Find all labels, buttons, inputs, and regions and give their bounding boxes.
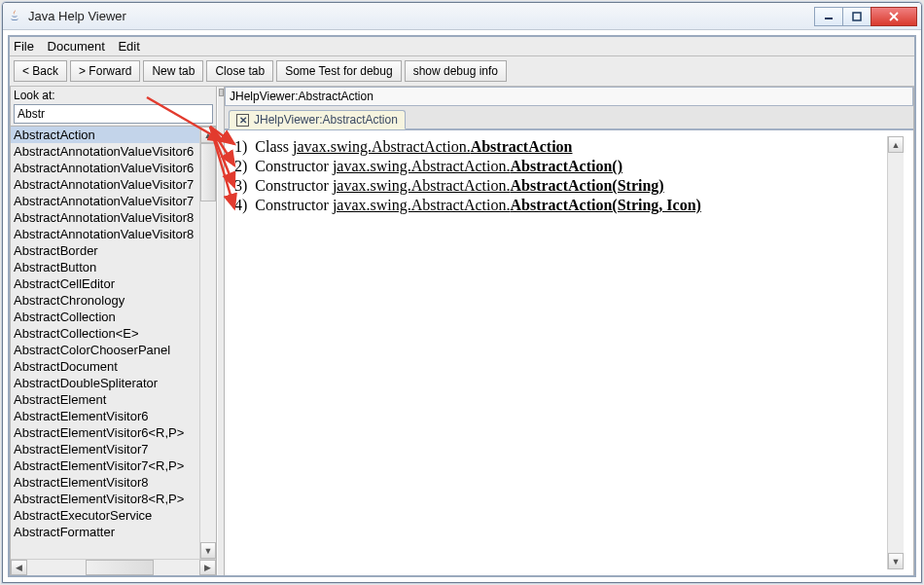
result-list: 1) Class javax.swing.AbstractAction.Abst… — [234, 136, 887, 569]
menu-edit[interactable]: Edit — [118, 39, 139, 54]
scroll-up-icon[interactable]: ▲ — [888, 136, 904, 153]
java-icon — [7, 9, 22, 24]
split-pane: Look at: AbstractActionAbstractAnnotatio… — [10, 87, 914, 575]
list-item[interactable]: AbstractElementVisitor7 — [11, 441, 199, 457]
list-item[interactable]: AbstractAnnotationValueVisitor7 — [11, 176, 199, 193]
list-item[interactable]: AbstractFormatter — [11, 524, 199, 540]
result-link[interactable]: javax.swing.AbstractAction.AbstractActio… — [333, 197, 701, 213]
list-item[interactable]: AbstractColorChooserPanel — [11, 342, 199, 358]
scroll-up-icon[interactable]: ▲ — [200, 127, 216, 143]
maximize-button[interactable] — [842, 7, 871, 26]
svg-rect-1 — [853, 13, 861, 20]
list-item[interactable]: AbstractCollection<E> — [11, 325, 199, 342]
menubar: File Document Edit — [10, 37, 914, 56]
search-label: Look at: — [11, 87, 216, 104]
close-button[interactable] — [871, 7, 917, 26]
list-item[interactable]: AbstractElementVisitor8<R,P> — [11, 491, 199, 507]
list-item[interactable]: AbstractAnnotationValueVisitor8 — [11, 209, 199, 226]
list-item[interactable]: AbstractExecutorService — [11, 507, 199, 524]
tab-active[interactable]: ✕ JHelpViewer:AbstractAction — [229, 110, 406, 129]
window-frame: Java Help Viewer File Document Edit < Ba… — [2, 2, 922, 583]
list-item[interactable]: AbstractCollection — [11, 309, 199, 325]
menu-document[interactable]: Document — [48, 39, 105, 54]
result-line: 1) Class javax.swing.AbstractAction.Abst… — [234, 138, 887, 156]
result-link[interactable]: javax.swing.AbstractAction.AbstractActio… — [333, 158, 622, 174]
list-item[interactable]: AbstractElementVisitor6<R,P> — [11, 424, 199, 441]
scroll-hthumb[interactable] — [86, 560, 154, 575]
toolbar: < Back > Forward New tab Close tab Some … — [10, 56, 914, 87]
list-item[interactable]: AbstractAnnotationValueVisitor6 — [11, 160, 199, 176]
content-vscrollbar[interactable]: ▲ ▼ — [887, 136, 904, 569]
minimize-button[interactable] — [814, 7, 843, 26]
forward-button[interactable]: > Forward — [70, 60, 140, 82]
splitter[interactable] — [217, 87, 225, 575]
app-frame: File Document Edit < Back > Forward New … — [8, 35, 916, 577]
content-area: 1) Class javax.swing.AbstractAction.Abst… — [225, 129, 913, 575]
show-debug-button[interactable]: show debug info — [405, 60, 507, 82]
close-tab-button[interactable]: Close tab — [206, 60, 273, 82]
path-field[interactable]: JHelpViewer:AbstractAction — [225, 87, 913, 106]
scroll-right-icon[interactable]: ▶ — [199, 560, 216, 575]
scroll-down-icon[interactable]: ▼ — [888, 553, 904, 569]
list-item[interactable]: AbstractAnnotationValueVisitor6 — [11, 143, 199, 160]
search-input[interactable] — [14, 104, 213, 124]
result-line: 3) Constructor javax.swing.AbstractActio… — [234, 177, 887, 195]
class-list[interactable]: AbstractActionAbstractAnnotationValueVis… — [11, 127, 199, 559]
result-link[interactable]: javax.swing.AbstractAction.AbstractActio… — [293, 138, 573, 155]
list-vscrollbar[interactable]: ▲ ▼ — [199, 127, 216, 559]
result-line: 4) Constructor javax.swing.AbstractActio… — [234, 197, 887, 214]
list-item[interactable]: AbstractElementVisitor7<R,P> — [11, 457, 199, 474]
some-test-button[interactable]: Some Test for debug — [276, 60, 402, 82]
list-item[interactable]: AbstractElement — [11, 391, 199, 408]
result-link[interactable]: javax.swing.AbstractAction.AbstractActio… — [333, 177, 664, 194]
result-line: 2) Constructor javax.swing.AbstractActio… — [234, 158, 887, 175]
scroll-thumb[interactable] — [200, 143, 216, 201]
tab-close-icon[interactable]: ✕ — [236, 114, 249, 127]
list-item[interactable]: AbstractCellEditor — [11, 275, 199, 292]
new-tab-button[interactable]: New tab — [143, 60, 203, 82]
back-button[interactable]: < Back — [14, 60, 67, 82]
tab-label: JHelpViewer:AbstractAction — [254, 113, 398, 127]
tabstrip: ✕ JHelpViewer:AbstractAction — [225, 106, 913, 129]
list-item[interactable]: AbstractDoubleSpliterator — [11, 375, 199, 391]
list-item[interactable]: AbstractAnnotationValueVisitor7 — [11, 193, 199, 209]
list-item[interactable]: AbstractElementVisitor6 — [11, 408, 199, 424]
list-item[interactable]: AbstractChronology — [11, 292, 199, 309]
menu-file[interactable]: File — [14, 39, 34, 54]
list-item[interactable]: AbstractBorder — [11, 242, 199, 259]
window-title: Java Help Viewer — [28, 9, 815, 23]
titlebar: Java Help Viewer — [3, 3, 921, 30]
scroll-down-icon[interactable]: ▼ — [200, 542, 216, 559]
scroll-left-icon[interactable]: ◀ — [11, 560, 27, 575]
list-item[interactable]: AbstractButton — [11, 259, 199, 275]
list-item[interactable]: AbstractAnnotationValueVisitor8 — [11, 226, 199, 242]
list-item[interactable]: AbstractDocument — [11, 358, 199, 375]
left-pane: Look at: AbstractActionAbstractAnnotatio… — [10, 87, 217, 575]
list-hscrollbar[interactable]: ◀ ▶ — [11, 559, 216, 575]
list-item[interactable]: AbstractElementVisitor8 — [11, 474, 199, 491]
right-pane: JHelpViewer:AbstractAction ✕ JHelpViewer… — [225, 87, 914, 575]
list-item[interactable]: AbstractAction — [11, 127, 199, 143]
